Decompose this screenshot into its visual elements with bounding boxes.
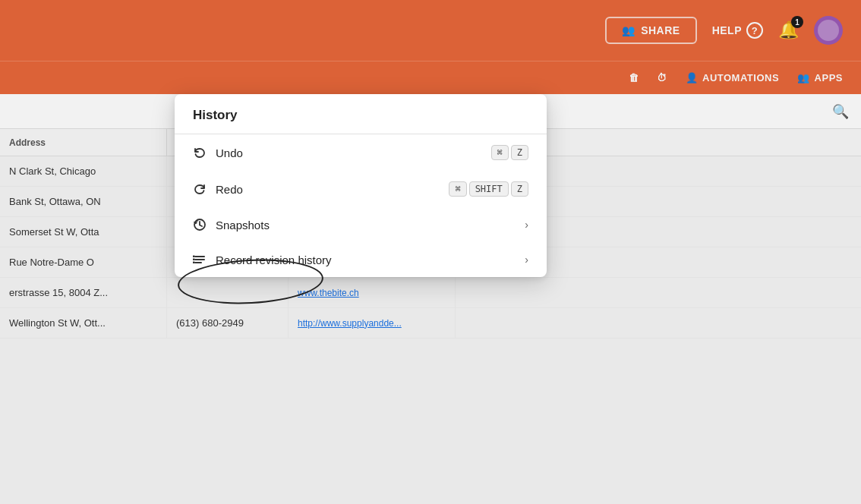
undo-shortcut: ⌘ Z [491,145,528,160]
redo-item[interactable]: Redo ⌘ SHIFT Z [175,171,547,207]
shift-key: SHIFT [469,181,509,197]
svg-rect-5 [193,259,195,261]
snapshots-icon [193,218,207,232]
svg-rect-4 [193,256,195,258]
z-key: Z [511,145,528,160]
svg-rect-1 [194,256,205,257]
snapshots-chevron-icon: › [525,219,528,231]
snapshots-label: Snapshots [216,219,519,232]
record-revision-label: Record revision history [216,254,519,266]
history-dropdown: History Undo ⌘ Z Redo ⌘ SHIFT Z [175,94,547,277]
undo-icon [193,146,207,159]
snapshots-item[interactable]: Snapshots › [175,207,547,242]
undo-label: Undo [216,146,491,159]
svg-rect-3 [194,262,202,263]
redo-shortcut: ⌘ SHIFT Z [449,181,528,197]
record-revision-item[interactable]: Record revision history › [175,242,547,277]
cmd-key-redo: ⌘ [449,181,466,197]
redo-label: Redo [216,183,449,196]
svg-rect-6 [193,262,195,264]
undo-item[interactable]: Undo ⌘ Z [175,134,547,171]
record-revision-chevron-icon: › [525,254,528,266]
redo-icon [193,182,207,196]
cmd-key: ⌘ [491,145,509,160]
history-title: History [175,94,547,134]
z-key-redo: Z [511,181,528,197]
record-revision-icon [193,253,207,266]
svg-rect-2 [194,259,205,260]
